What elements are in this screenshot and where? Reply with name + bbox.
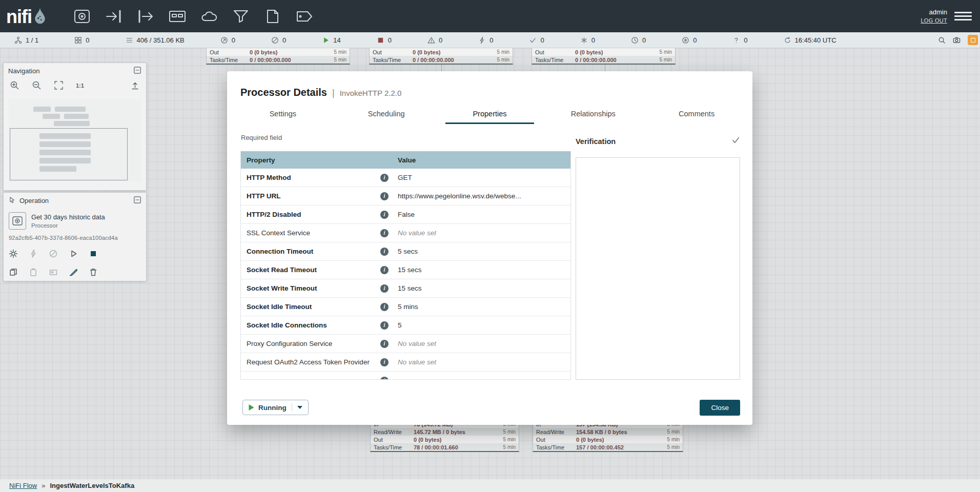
settings-button[interactable]	[968, 35, 978, 45]
property-row: HTTP URLihttps://www.pegelonline.wsv.de/…	[241, 187, 570, 206]
property-value: No value set	[398, 340, 570, 347]
property-name: SSL Context Service	[241, 229, 380, 237]
property-row: Socket Idle Connectionsi5	[241, 316, 570, 335]
nifi-logo-text: nifi	[6, 8, 32, 26]
up-to-date-icon	[529, 36, 537, 44]
process-group-icon[interactable]	[166, 6, 189, 27]
info-icon[interactable]: i	[380, 266, 389, 274]
template-icon[interactable]	[261, 6, 284, 27]
current-user: admin	[921, 8, 947, 17]
status-count: 0	[693, 36, 697, 44]
info-icon[interactable]: i	[380, 211, 389, 219]
dialog-tabs: Settings Scheduling Properties Relations…	[231, 103, 748, 124]
info-icon[interactable]: i	[380, 174, 389, 182]
property-name: HTTP/2 Disabled	[241, 211, 380, 218]
property-name: Socket Write Timeout	[241, 284, 380, 292]
status-stale: 0	[631, 36, 646, 44]
nifi-logo: nifi	[6, 7, 47, 26]
property-name: Request OAuth2 Access Token Provider	[241, 358, 380, 366]
info-icon[interactable]: i	[380, 229, 389, 237]
chevron-down-icon	[297, 406, 302, 409]
column-header-property: Property	[241, 156, 398, 164]
refresh-icon[interactable]	[784, 36, 791, 44]
status-invalid: 0	[427, 36, 442, 44]
property-row: Socket Write Timeouti15 secs	[241, 279, 570, 298]
property-row: Request OAuth2 Access Token ProvideriNo …	[241, 353, 570, 372]
status-count: 0	[489, 36, 493, 44]
property-value: https://www.pegelonline.wsv.de/webse...	[398, 192, 570, 200]
divider	[292, 403, 292, 412]
property-row-partial: i	[241, 372, 570, 380]
property-row: HTTP/2 DisablediFalse	[241, 206, 570, 224]
info-icon[interactable]: i	[380, 321, 389, 330]
property-value: No value set	[398, 358, 570, 366]
queue-icon	[126, 36, 133, 44]
property-name: Socket Idle Connections	[241, 321, 380, 329]
status-count: 14	[333, 36, 340, 44]
status-transmitting: 0	[220, 36, 235, 44]
tab-relationships[interactable]: Relationships	[541, 103, 645, 124]
run-state-button[interactable]: Running	[242, 400, 309, 415]
capture-icon[interactable]	[953, 36, 961, 44]
remote-process-group-icon[interactable]	[197, 6, 221, 27]
info-icon[interactable]: i	[380, 358, 389, 366]
verification-title: Verification	[576, 137, 616, 146]
info-icon[interactable]: i	[380, 340, 389, 348]
dialog-title: Processor Details	[240, 87, 327, 98]
status-sync-failure: 0	[732, 36, 747, 44]
running-icon	[322, 36, 330, 44]
status-count: 0	[439, 36, 442, 44]
funnel-icon[interactable]	[229, 6, 253, 27]
properties-table-header: Property Value	[241, 151, 570, 169]
check-icon[interactable]	[731, 136, 740, 147]
tab-comments[interactable]: Comments	[645, 103, 748, 124]
search-icon[interactable]	[938, 36, 946, 44]
stale-icon	[631, 36, 639, 44]
info-icon[interactable]: i	[380, 303, 389, 311]
status-count: 406 / 351.06 KB	[137, 36, 185, 44]
property-value: False	[398, 211, 570, 218]
status-locally-modified-stale: 0	[682, 36, 697, 44]
property-name: Proxy Configuration Service	[241, 340, 380, 347]
info-icon[interactable]: i	[380, 284, 389, 293]
status-disabled: 0	[478, 36, 493, 44]
output-port-icon[interactable]	[134, 6, 157, 27]
disabled-icon	[478, 36, 486, 44]
processor-icon[interactable]	[70, 6, 94, 27]
input-port-icon[interactable]	[102, 6, 126, 27]
status-count: 0	[232, 36, 235, 44]
info-icon[interactable]: i	[380, 248, 389, 256]
global-menu-icon[interactable]	[954, 9, 972, 24]
last-refresh-time: 16:45:40 UTC	[795, 36, 836, 44]
status-count: 0	[540, 36, 544, 44]
status-bar: 1 / 1 0 406 / 351.06 KB 0 0 14 0 0 0 0 0	[0, 32, 980, 48]
stopped-icon	[377, 36, 384, 44]
logout-link[interactable]: LOG OUT	[921, 17, 947, 25]
property-value: 15 secs	[398, 266, 570, 274]
close-button-label: Close	[711, 404, 729, 412]
status-count: 0	[642, 36, 646, 44]
status-active-threads: 0	[74, 36, 89, 44]
tab-settings[interactable]: Settings	[231, 103, 335, 124]
last-refresh: 16:45:40 UTC	[784, 36, 836, 44]
transmitting-icon	[220, 36, 228, 44]
property-name: Socket Idle Timeout	[241, 303, 380, 311]
not-transmitting-icon	[271, 36, 279, 44]
status-count: 0	[282, 36, 286, 44]
label-icon[interactable]	[293, 6, 316, 27]
status-bar-right	[938, 35, 978, 45]
close-button[interactable]: Close	[700, 400, 740, 416]
status-queued: 406 / 351.06 KB	[126, 36, 185, 44]
property-row: Socket Read Timeouti15 secs	[241, 261, 570, 279]
tab-scheduling[interactable]: Scheduling	[335, 103, 438, 124]
status-count: 0	[591, 36, 595, 44]
processor-type-version: InvokeHTTP 2.2.0	[340, 89, 402, 97]
status-count: 0	[744, 36, 747, 44]
property-row: Proxy Configuration ServiceiNo value set	[241, 335, 570, 353]
property-value: 15 secs	[398, 284, 570, 292]
dialog-title-separator: |	[332, 88, 335, 98]
invalid-icon	[427, 36, 435, 44]
status-connected-nodes: 1 / 1	[14, 36, 38, 44]
tab-properties[interactable]: Properties	[438, 103, 542, 124]
info-icon[interactable]: i	[380, 192, 389, 200]
